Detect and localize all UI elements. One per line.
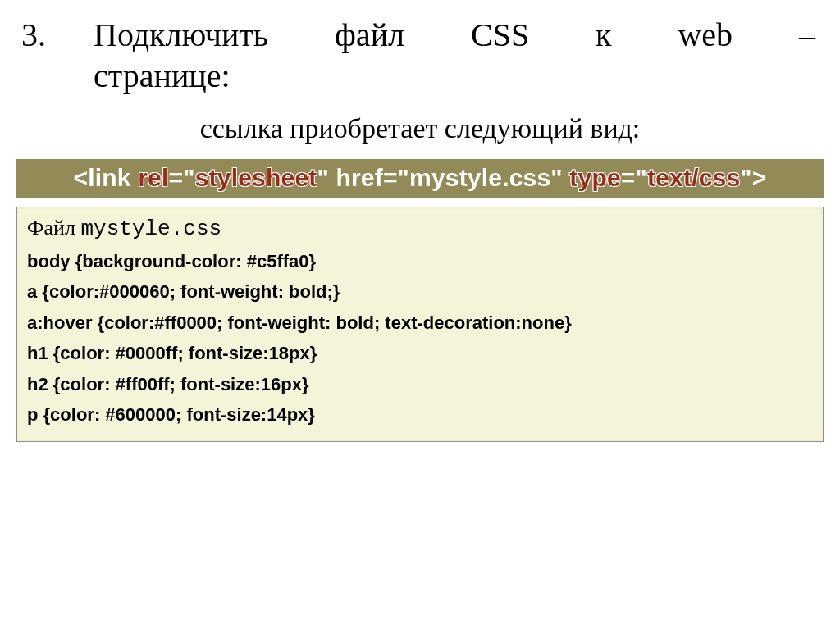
banner-hl-rel: rel (138, 164, 168, 191)
banner-text-2: =" (169, 164, 195, 191)
file-label-prefix: Файл (27, 216, 80, 239)
link-tag-banner: <link rel="stylesheet" href="mystyle.css… (16, 159, 824, 198)
list-number: 3. (16, 15, 71, 56)
code-block-outer: Файл mystyle.css body {background-color:… (16, 207, 824, 442)
css-rule: p {color: #600000; font-size:14px} (27, 399, 813, 430)
css-rule: a {color:#000060; font-weight: bold;} (27, 276, 813, 307)
slide: 3. Подключить файл CSS к web – странице:… (0, 0, 840, 629)
code-block: Файл mystyle.css body {background-color:… (19, 209, 821, 440)
css-rule: a:hover {color:#ff0000; font-weight: bol… (27, 308, 813, 338)
css-rule: h1 {color: #0000ff; font-size:18px} (27, 338, 813, 368)
banner-hl-type: type (569, 164, 621, 191)
file-label-name: mystyle.css (80, 217, 221, 241)
heading-line-2: странице: (16, 56, 824, 97)
css-rule: body {background-color: #c5ffa0} (27, 246, 813, 276)
banner-text-1: <link (74, 164, 139, 191)
file-label: Файл mystyle.css (27, 216, 813, 241)
css-rule: h2 {color: #ff00ff; font-size:16px} (27, 369, 813, 399)
banner-text-3: " href="mystyle.css" (317, 164, 569, 191)
banner-hl-stylesheet: stylesheet (195, 164, 317, 191)
subtext: ссылка приобретает следующий вид: (16, 113, 824, 144)
heading-row: 3. Подключить файл CSS к web – (16, 15, 824, 56)
heading-line-1: Подключить файл CSS к web – (71, 15, 824, 56)
banner-text-5: "> (740, 164, 766, 191)
banner-hl-textcss: text/css (647, 164, 740, 191)
banner-text-4: =" (621, 164, 647, 191)
